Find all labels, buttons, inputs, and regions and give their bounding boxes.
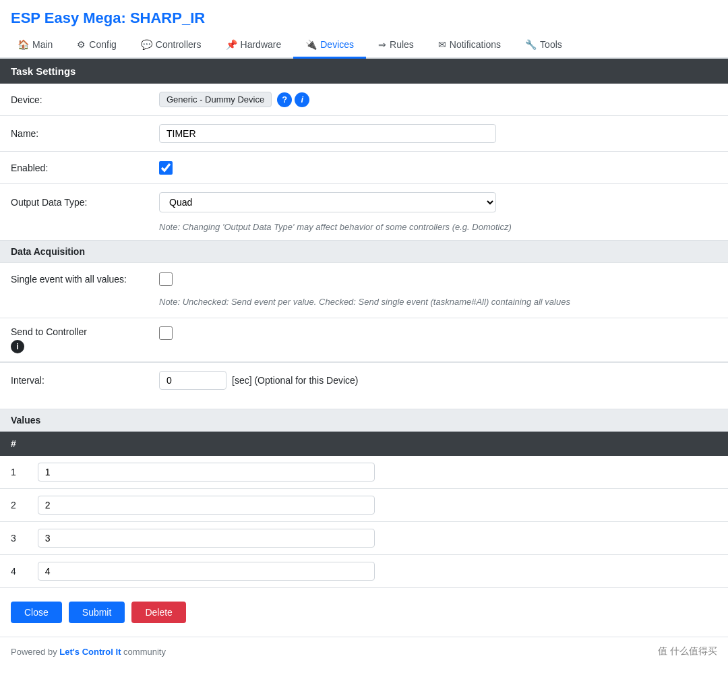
interval-input[interactable] [159, 371, 226, 390]
info-icon[interactable]: i [295, 92, 309, 107]
value-input[interactable] [38, 463, 375, 482]
single-event-row: Single event with all values: [0, 263, 728, 295]
table-row: 1 [0, 456, 728, 489]
nav-devices[interactable]: 🔌 Devices [293, 32, 366, 59]
nav-controllers[interactable]: 💬 Controllers [129, 32, 214, 59]
send-controller-label-group: Send to Controller i [11, 326, 159, 353]
footer-link[interactable]: Let's Control It [59, 647, 121, 657]
nav-config[interactable]: ⚙ Config [65, 32, 128, 59]
enabled-row: Enabled: [0, 152, 728, 184]
interval-row: Interval: [sec] (Optional for this Devic… [0, 363, 728, 398]
row-value-cell [27, 489, 728, 522]
task-settings-panel: Task Settings Device: Generic - Dummy De… [0, 59, 728, 398]
value-input[interactable] [38, 562, 375, 581]
rules-icon: ⇒ [378, 39, 386, 50]
device-label: Device: [11, 94, 159, 105]
name-row: Name: [0, 116, 728, 152]
output-data-type-select[interactable]: Quad Single Dual Triple [159, 192, 496, 212]
interval-label: Interval: [11, 375, 159, 386]
table-row: 3 [0, 522, 728, 555]
nav-tools[interactable]: 🔧 Tools [513, 32, 574, 59]
enabled-label: Enabled: [11, 163, 159, 173]
delete-button[interactable]: Delete [131, 602, 185, 623]
single-event-checkbox[interactable] [159, 272, 173, 286]
single-event-control [159, 272, 717, 286]
page-title: ESP Easy Mega: SHARP_IR [0, 0, 728, 32]
navigation: 🏠 Main ⚙ Config 💬 Controllers 📌 Hardware… [0, 32, 728, 59]
device-value: Generic - Dummy Device [159, 92, 272, 107]
name-control [159, 124, 717, 143]
task-settings-header: Task Settings [0, 59, 728, 84]
send-controller-checkbox[interactable] [159, 326, 173, 340]
submit-button[interactable]: Submit [69, 602, 125, 623]
table-row: 2 [0, 489, 728, 522]
output-data-type-label: Output Data Type: [11, 197, 159, 208]
device-control: Generic - Dummy Device ? i [159, 92, 717, 107]
values-header: Values [0, 409, 728, 432]
values-table-header: # [0, 432, 27, 456]
row-value-cell [27, 456, 728, 489]
config-icon: ⚙ [77, 39, 86, 50]
row-value-cell [27, 522, 728, 555]
row-num: 1 [0, 456, 27, 489]
hardware-icon: 📌 [226, 39, 237, 50]
nav-hardware[interactable]: 📌 Hardware [214, 32, 294, 59]
name-input[interactable] [159, 124, 496, 143]
data-acquisition-header: Data Acquisition [0, 240, 728, 263]
single-event-label: Single event with all values: [11, 274, 159, 285]
close-button[interactable]: Close [11, 602, 62, 623]
nav-rules[interactable]: ⇒ Rules [366, 32, 426, 59]
values-table-header-value [27, 432, 728, 456]
output-data-type-row: Output Data Type: Quad Single Dual Tripl… [0, 184, 728, 221]
single-event-note: Note: Unchecked: Send event per value. C… [0, 295, 728, 318]
interval-control: [sec] (Optional for this Device) [159, 371, 717, 390]
send-controller-label: Send to Controller [11, 326, 159, 337]
button-bar: Close Submit Delete [0, 588, 728, 637]
footer-logo: 值 什么值得买 [658, 645, 717, 658]
tools-icon: 🔧 [525, 39, 537, 50]
enabled-control [159, 161, 717, 175]
footer: Powered by Let's Control It community 值 … [0, 637, 728, 666]
devices-icon: 🔌 [305, 39, 317, 50]
table-row: 4 [0, 555, 728, 588]
row-num: 2 [0, 489, 27, 522]
row-num: 4 [0, 555, 27, 588]
output-data-type-note: Note: Changing 'Output Data Type' may af… [0, 221, 728, 240]
nav-notifications[interactable]: ✉ Notifications [426, 32, 513, 59]
value-input[interactable] [38, 496, 375, 515]
values-section: Values # 1 2 3 4 [0, 409, 728, 588]
send-controller-row: Send to Controller i [0, 318, 728, 362]
interval-note: [sec] (Optional for this Device) [232, 375, 359, 386]
send-controller-control [159, 326, 173, 342]
notifications-icon: ✉ [438, 39, 446, 50]
name-label: Name: [11, 128, 159, 139]
values-table: # 1 2 3 4 [0, 432, 728, 588]
nav-main[interactable]: 🏠 Main [5, 32, 65, 59]
home-icon: 🏠 [18, 39, 29, 50]
question-icon[interactable]: ? [277, 92, 292, 107]
controllers-icon: 💬 [141, 39, 152, 50]
enabled-checkbox[interactable] [159, 161, 173, 175]
row-value-cell [27, 555, 728, 588]
send-controller-info-badge[interactable]: i [11, 340, 24, 353]
device-row: Device: Generic - Dummy Device ? i [0, 84, 728, 116]
value-input[interactable] [38, 529, 375, 548]
row-num: 3 [0, 522, 27, 555]
output-data-type-control: Quad Single Dual Triple [159, 192, 717, 212]
footer-text: Powered by Let's Control It community [11, 647, 166, 657]
